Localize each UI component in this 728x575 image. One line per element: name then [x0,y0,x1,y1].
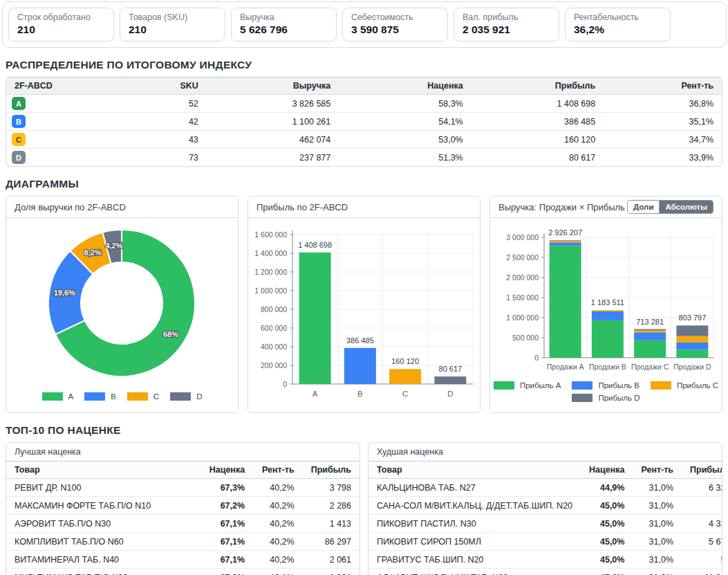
y-tick-label: 200 000 [261,361,287,369]
slice-label: 68% [163,330,178,338]
kpi-value: 2 035 921 [463,24,550,36]
y-tick-label: 1 600 000 [254,230,287,239]
column-header: Прибыль [303,462,360,479]
legend-label: Прибыль A [520,381,561,390]
table-cell: 45,0% [581,515,633,533]
column-header: Рент-ть [253,462,303,479]
table-row: КАЛЬЦИНОВА ТАБ. N2744,9%31,0%6 328 [368,479,722,497]
kpi-value: 210 [129,24,216,36]
charts-row: Доля выручки по 2F-ABCD 68%19,6%8,2%4,2%… [6,196,722,413]
x-category-label: B [357,390,363,398]
legend-item: B [84,392,116,401]
table-cell: 2 286 [303,497,360,515]
table-cell: 1 408 698 [472,95,604,113]
y-tick-label: 1 000 000 [254,286,287,295]
legend-swatch-icon [84,392,105,401]
table-row: РЕВИТ ДР. N10067,3%40,2%3 798 [6,479,360,497]
table-row: D73237 87751,3%80 61733,9% [6,149,722,167]
table-row: КОМПЛИВИТ ТАБ.П/О N6067,1%40,2%86 297 [6,533,360,551]
section-title-charts: ДИАГРАММЫ [6,178,722,190]
table-cell: 53,0% [339,131,471,149]
best-markup-table: ТоварНаценкаРент-тьПрибыльРЕВИТ ДР. N100… [6,462,360,575]
worst-markup-card: Худшая наценка ТоварНаценкаРент-тьПрибыл… [368,442,722,575]
kpi-card-revenue: Выручка 5 626 796 [231,8,337,42]
bar-value-label: 1 408 698 [298,241,332,249]
y-tick-label: 1 400 000 [254,249,287,257]
stack-segment [550,241,581,242]
table-row: ПИКОВИТ ПАСТИЛ. N3045,0%31,0%4 326 [368,515,722,533]
table-cell: 67,1% [193,551,253,569]
bar-c [389,369,421,384]
class-badge-a: A [12,97,26,110]
table-cell: 67,1% [193,533,253,551]
table-cell: 40,2% [253,533,303,551]
stacked-chart-svg: 0500 0001 000 0001 500 0002 000 0002 500… [490,219,722,377]
table-cell: 33,9% [604,149,722,167]
worst-markup-title: Худшая наценка [368,443,722,462]
table-cell: 3 798 [303,479,360,497]
toggle-absolutes-button[interactable]: Абсолюты [659,201,713,213]
table-row: САНА-СОЛ М/ВИТ.КАЛЬЦ. Д/ДЕТ.ТАБ.ШИП. N20… [368,497,722,515]
chart-legend: ABCD [6,390,238,403]
table-cell: 1 991 [303,569,360,575]
table-cell: МУЛЬТИМАКС ТАБ.П/О N30 [6,569,193,575]
table-cell: 45,0% [581,569,633,575]
table: 2F-ABCDSKUВыручкаНаценкаПрибыльРент-тьA5… [6,77,722,166]
table-cell: 237 877 [207,149,339,167]
table-cell: 45,0% [581,497,633,515]
x-category-label: Продажи A [547,363,584,371]
best-markup-title: Лучшая наценка [6,443,360,462]
table-cell: 160 120 [472,131,604,149]
table-row: C43462 07453,0%160 12034,7% [6,131,722,149]
kpi-card-gross-profit: Вал. прибыль 2 035 921 [454,8,559,42]
table-cell: 6 328 [682,479,722,497]
table: ТоварНаценкаРент-тьПрибыльРЕВИТ ДР. N100… [6,462,360,575]
y-tick-label: 800 000 [261,305,287,313]
table-cell: 44,9% [581,479,633,497]
table-cell: 35,1% [604,113,722,131]
legend-item: A [42,392,74,401]
column-header: Рент-ть [633,462,682,479]
table-cell: 31,0% [633,515,682,533]
toggle-shares-button[interactable]: Доли [628,201,659,213]
stack-segment [592,311,624,320]
best-markup-card: Лучшая наценка ТоварНаценкаРент-тьПрибыл… [6,442,360,575]
kpi-panel: Строк обработано 210 Товаров (SKU) 210 В… [2,1,727,48]
column-header: 2F-ABCD [6,77,92,95]
table-cell: ВИТАМИНЕРАЛ ТАБ. N40 [6,551,193,569]
y-tick-label: 3 000 000 [506,233,539,241]
table-cell: 40,2% [253,515,303,533]
legend-swatch-icon [42,392,63,401]
bar-total-label: 803 797 [678,313,706,322]
chart-card-revenue-stacked: Выручка: Продажи × Прибыль Доли Абсолюты… [489,196,722,413]
table-cell: 43 [92,131,207,149]
chart-legend: Прибыль AПрибыль BПрибыль CПрибыль D [490,379,722,404]
column-header: Выручка [207,77,339,95]
table-cell: 80 617 [472,149,604,167]
table-cell: B [6,113,92,131]
column-header: Прибыль [682,462,722,479]
donut-svg: 68%19,6%8,2%4,2% [6,219,238,388]
column-header: Товар [6,462,193,479]
table-cell: 5 679 [682,533,722,551]
stack-segment [676,349,708,358]
column-header: Товар [368,462,581,479]
table-cell: 11 067 [682,569,722,575]
table-cell: 31,0% [633,533,682,551]
y-tick-label: 600 000 [261,324,287,332]
column-header: Наценка [193,462,253,479]
table-row: ГРАВИТУС ТАБ.ШИП. N2045,0%31,0%52 [368,551,722,569]
class-badge-c: C [12,133,26,146]
table-cell: 1 100 261 [207,113,339,131]
kpi-card-sku-count: Товаров (SKU) 210 [120,8,225,42]
table-row: ПИКОВИТ СИРОП 150МЛ45,0%31,0%5 679 [368,533,722,551]
table-cell: 34,7% [604,131,722,149]
table-header-row: ТоварНаценкаРент-тьПрибыль [6,462,360,479]
y-tick-label: 1 000 000 [506,313,539,322]
y-tick-label: 400 000 [261,343,287,351]
legend-label: Прибыль D [598,394,640,402]
table-cell: 67,2% [193,497,253,515]
table-cell: 73 [92,149,207,167]
table-cell: 4 326 [682,515,722,533]
table-cell: 45,0% [581,533,633,551]
